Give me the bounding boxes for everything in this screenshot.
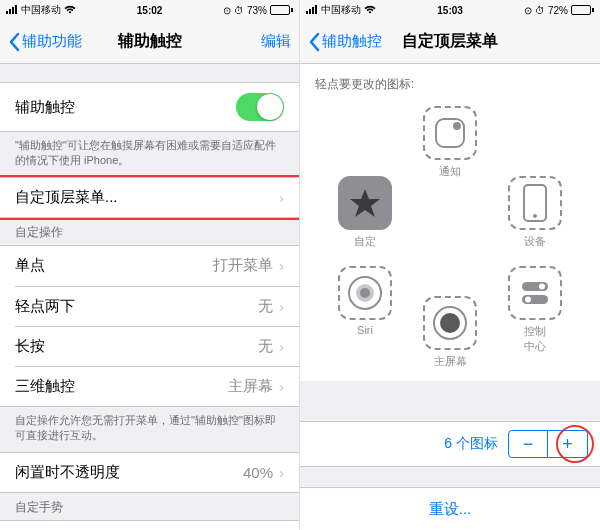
icon-label: Siri [357,324,373,336]
battery-icon [571,5,594,15]
stepper-plus-button[interactable]: + [548,430,588,458]
custom-actions-header: 自定操作 [0,218,299,245]
action-3d-touch-row[interactable]: 三维触控 主屏幕› [15,366,299,406]
icon-device[interactable]: 设备 [495,176,575,249]
idle-opacity-value: 40% [243,464,273,481]
battery-pct: 72% [548,5,568,16]
status-bar: 中国移动 15:02 ⊙ ⏱ 73% [0,0,299,20]
svg-point-12 [525,297,531,303]
action-double-tap-row[interactable]: 轻点两下 无› [15,286,299,326]
carrier-label: 中国移动 [321,3,361,17]
icon-stepper: − + [508,430,588,458]
icon-count: 6 个图标 [444,435,498,453]
actions-footer: 自定操作允许您无需打开菜单，通过"辅助触控"图标即可直接进行互动。 [0,407,299,452]
svg-point-3 [533,214,537,218]
chevron-right-icon: › [279,298,284,315]
reset-button[interactable]: 重设... [300,487,600,530]
tutorial-row[interactable]: 智能机手机教程 [0,520,299,530]
chevron-right-icon: › [279,189,284,206]
cell-label: 三维触控 [15,377,75,396]
cell-value: 无 [258,337,273,356]
svg-point-1 [453,122,461,130]
alarm-icon: ⊙ ⏱ [524,5,545,16]
idle-opacity-row[interactable]: 闲置时不透明度 40%› [0,452,299,493]
custom-top-menu-row[interactable]: 自定顶层菜单... › [0,177,299,218]
hint-text: 轻点要更改的图标: [300,64,600,101]
battery-pct: 73% [247,5,267,16]
gestures-header: 自定手势 [0,493,299,520]
carrier-label: 中国移动 [21,3,61,17]
custom-top-menu-label: 自定顶层菜单... [15,188,118,207]
action-long-press-row[interactable]: 长按 无› [15,326,299,366]
cell-label: 长按 [15,337,45,356]
page-title: 自定顶层菜单 [402,31,498,52]
idle-opacity-label: 闲置时不透明度 [15,463,120,482]
cell-value: 无 [258,297,273,316]
alarm-icon: ⊙ ⏱ [223,5,244,16]
svg-point-8 [440,313,460,333]
chevron-right-icon: › [279,257,284,274]
icon-notification[interactable]: 通知 [410,106,490,179]
back-button[interactable]: 辅助功能 [8,32,82,52]
nav-bar: 辅助触控 自定顶层菜单 [300,20,600,64]
nav-bar: 辅助功能 辅助触控 编辑 [0,20,299,64]
svg-point-10 [539,284,545,290]
back-button[interactable]: 辅助触控 [308,32,382,52]
action-single-tap-row[interactable]: 单点 打开菜单› [0,246,299,286]
battery-icon [270,5,293,15]
assistive-touch-toggle-row[interactable]: 辅助触控 [0,82,299,132]
wifi-icon [364,5,376,16]
svg-point-6 [360,288,370,298]
assistive-footer: "辅助触控"可让您在触摸屏幕有困难或需要自适应配件的情况下使用 iPhone。 [0,132,299,177]
page-title: 辅助触控 [118,31,182,52]
icon-custom[interactable]: 自定 [325,176,405,249]
edit-button[interactable]: 编辑 [261,32,291,51]
right-screenshot: 中国移动 15:03 ⊙ ⏱ 72% 辅助触控 自定顶层菜单 [300,0,600,530]
icon-home[interactable]: 主屏幕 [410,296,490,369]
counter-row: 6 个图标 − + [300,421,600,467]
back-label: 辅助触控 [322,32,382,51]
icon-control-center[interactable]: 控制 中心 [495,266,575,354]
icon-label: 通知 [439,164,461,179]
wifi-icon [64,5,76,16]
left-screenshot: 中国移动 15:02 ⊙ ⏱ 73% 辅助功能 辅助触控 编辑 [0,0,300,530]
cell-label: 轻点两下 [15,297,75,316]
icon-label: 自定 [354,234,376,249]
assistive-touch-label: 辅助触控 [15,98,75,117]
assistive-touch-switch[interactable] [236,93,284,121]
stepper-minus-button[interactable]: − [508,430,548,458]
chevron-right-icon: › [279,464,284,481]
icon-grid: 通知 自定 设备 [300,101,600,381]
status-bar: 中国移动 15:03 ⊙ ⏱ 72% [300,0,600,20]
chevron-right-icon: › [279,378,284,395]
cell-value: 主屏幕 [228,377,273,396]
back-label: 辅助功能 [22,32,82,51]
icon-label: 主屏幕 [434,354,467,369]
icon-siri[interactable]: Siri [325,266,405,336]
icon-label: 设备 [524,234,546,249]
chevron-right-icon: › [279,338,284,355]
cell-label: 单点 [15,256,45,275]
cell-value: 打开菜单 [213,256,273,275]
status-time: 15:02 [137,5,163,16]
status-time: 15:03 [437,5,463,16]
icon-label: 控制 中心 [524,324,546,354]
